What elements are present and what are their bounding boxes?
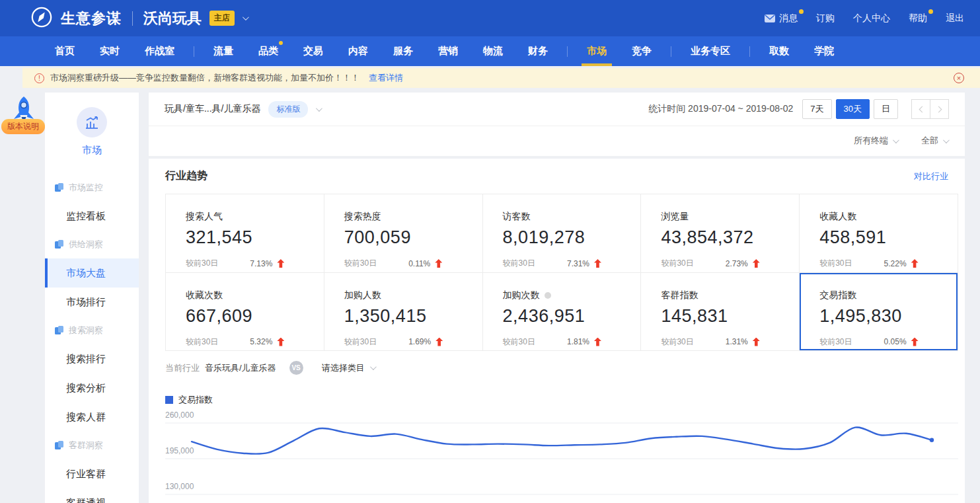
alert-icon: ! [34,73,44,83]
toolbar-row-primary: 玩具/童车...具/儿童乐器 标准版 统计时间 2019-07-04 ~ 201… [149,93,965,126]
metric-card-cart-count[interactable]: 加购次数 2,436,951 较前30日1.81% [483,273,642,352]
metric-period-label: 较前30日 [819,336,852,348]
up-arrow-icon [753,338,760,346]
nav-item-category[interactable]: 品类 [258,36,278,66]
nav-item-traffic[interactable]: 流量 [213,36,233,66]
nav-item-logistics[interactable]: 物流 [483,36,503,66]
sidebar-item-search-analysis[interactable]: 搜索分析 [45,373,139,403]
next-period-button[interactable] [930,99,949,119]
sidebar: 市场 市场监控 监控看板 供给洞察 市场大盘 市场排行 搜索洞察 搜索排行 搜索… [45,93,139,503]
account-link[interactable]: 个人中心 [853,13,890,24]
nav-item-marketing[interactable]: 营销 [438,36,458,66]
range-30d-button[interactable]: 30天 [836,99,870,119]
metric-grid: 搜索人气 321,545 较前30日7.13% 搜索热度 700,059 较前3… [165,194,958,351]
nav-item-trade[interactable]: 交易 [303,36,323,66]
metric-card-search-popularity[interactable]: 搜索人气 321,545 较前30日7.13% [166,194,324,273]
metric-card-cart-users[interactable]: 加购人数 1,350,415 较前30日1.69% [324,273,483,352]
sidebar-item-search-crowd[interactable]: 搜索人群 [45,403,139,432]
info-dot-icon[interactable] [545,292,551,299]
nav-item-data-fetch[interactable]: 取数 [769,36,789,66]
scope-filter-dropdown[interactable]: 全部 [921,135,948,147]
metric-period-label: 较前30日 [661,258,693,269]
sidebar-item-market-overview[interactable]: 市场大盘 [45,258,139,288]
terminal-filter-dropdown[interactable]: 所有终端 [854,135,897,147]
metric-card-search-heat[interactable]: 搜索热度 700,059 较前30日0.11% [324,194,483,273]
metric-value: 2,436,951 [503,306,641,327]
prev-period-button[interactable] [911,99,930,119]
brand-name: 生意参谋 [61,9,122,28]
brand-divider [132,11,133,26]
up-arrow-icon [911,338,919,346]
legend-label: 交易指数 [178,394,213,406]
up-arrow-icon [435,338,443,346]
metric-period-label: 较前30日 [186,258,218,269]
metric-change: 1.69% [408,337,431,346]
nav-item-warroom[interactable]: 作战室 [145,36,174,66]
sidebar-group-supply-insight: 供给洞察 [45,231,139,258]
nav-item-business-zone[interactable]: 业务专区 [691,36,730,66]
metric-value: 145,831 [661,306,799,327]
nav-item-competition[interactable]: 竞争 [632,36,652,66]
range-7d-button[interactable]: 7天 [802,99,831,119]
up-arrow-icon [594,338,601,346]
metric-card-pageviews[interactable]: 浏览量 43,854,372 较前30日2.73% [641,194,800,273]
metric-label: 搜索热度 [344,211,381,223]
up-arrow-icon [753,259,760,268]
help-link[interactable]: 帮助 [909,13,927,24]
compare-row: 当前行业 音乐玩具/儿童乐器 VS 请选择类目 [165,361,375,375]
category-breadcrumb[interactable]: 玩具/童车...具/儿童乐器 [165,103,260,115]
metric-value: 43,854,372 [661,227,799,248]
nav-item-market[interactable]: 市场 [587,36,607,66]
trend-line-chart[interactable] [165,406,958,503]
nav-item-home[interactable]: 首页 [55,36,75,66]
chevron-down-icon[interactable] [316,105,322,112]
notice-bar: ! 市场洞察重磅升级——竞争监控数量翻倍，新增客群透视功能，加量不加价！！！ 查… [22,68,980,88]
sidebar-item-search-ranking[interactable]: 搜索排行 [45,344,139,373]
nav-item-service[interactable]: 服务 [393,36,413,66]
chevron-down-icon[interactable] [243,14,249,20]
metric-card-visitors[interactable]: 访客数 8,019,278 较前30日7.31% [483,194,642,273]
nav-item-academy[interactable]: 学院 [814,36,834,66]
version-notes-tag[interactable]: 版本说明 [1,119,45,134]
metric-change: 0.05% [884,337,907,346]
orders-link[interactable]: 订购 [816,13,835,24]
metric-card-favorite-users[interactable]: 收藏人数 458,591 较前30日5.22% [800,194,958,273]
metric-change: 1.81% [567,337,589,346]
range-day-button[interactable]: 日 [874,99,898,119]
notice-detail-link[interactable]: 查看详情 [369,72,403,84]
top-bar: 生意参谋 沃尚玩具 主店 消息 订购 个人中心 帮助 退出 [0,0,980,36]
notification-dot [928,9,933,14]
compare-industry-link[interactable]: 对比行业 [914,171,948,182]
sidebar-item-crowd-perspective[interactable]: 客群透视 [45,488,139,503]
sidebar-group-search-insight: 搜索洞察 [45,317,139,344]
metric-change: 0.11% [408,259,430,268]
sidebar-item-industry-crowd[interactable]: 行业客群 [45,459,139,488]
logout-link[interactable]: 退出 [946,13,964,24]
metric-change: 7.13% [250,259,272,268]
metric-card-crowd-index[interactable]: 客群指数 145,831 较前30日1.31% [641,273,800,352]
metric-card-trade-index[interactable]: 交易指数 1,495,830 较前30日0.05% [800,273,958,352]
metric-card-favorite-count[interactable]: 收藏次数 667,609 较前30日5.32% [166,273,324,352]
standard-version-badge: 标准版 [268,101,308,118]
metric-label: 加购人数 [344,290,381,301]
metric-value: 1,350,415 [344,306,482,327]
category-select-dropdown[interactable]: 请选择类目 [322,362,375,374]
metric-label: 加购次数 [503,290,540,301]
current-industry-label: 当前行业 [165,362,200,374]
vs-badge: VS [289,361,303,375]
close-icon[interactable]: × [954,73,964,83]
logo[interactable]: 生意参谋 沃尚玩具 主店 [30,6,247,31]
sidebar-item-monitor-board[interactable]: 监控看板 [45,202,139,231]
messages-link[interactable]: 消息 [765,13,798,24]
folder-doc-icon [54,183,64,192]
nav-item-realtime[interactable]: 实时 [100,36,120,66]
nav-item-content[interactable]: 内容 [348,36,368,66]
nav-divider [671,46,671,57]
sidebar-item-market-ranking[interactable]: 市场排行 [45,288,139,317]
chevron-down-icon [943,137,950,143]
notice-text: 市场洞察重磅升级——竞争监控数量翻倍，新增客群透视功能，加量不加价！！！ [50,72,359,84]
current-industry-value: 音乐玩具/儿童乐器 [205,362,276,374]
nav-item-finance[interactable]: 财务 [528,36,548,66]
up-arrow-icon [277,259,284,268]
envelope-icon [765,15,775,22]
